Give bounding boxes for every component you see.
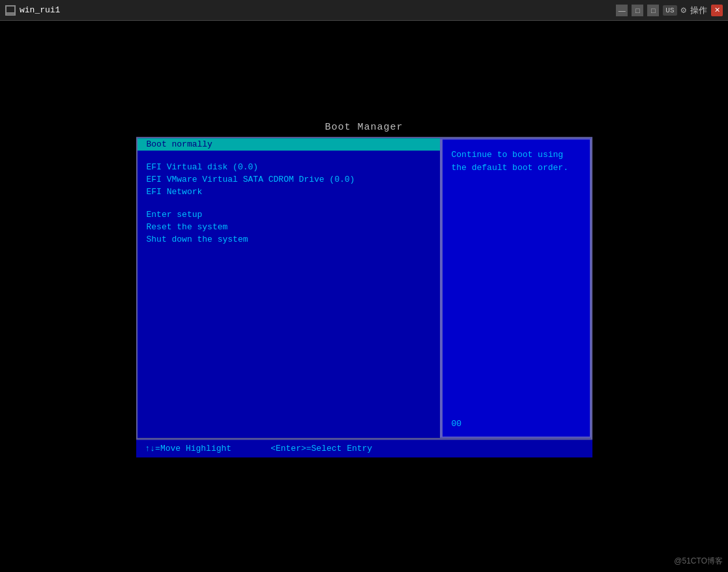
menu-separator-1 [138, 150, 440, 161]
menu-item-shut-down[interactable]: Shut down the system [138, 233, 440, 246]
boot-manager-title: Boot Manager [325, 122, 403, 133]
menu-separator-2 [138, 198, 440, 208]
watermark: @51CTO博客 [674, 556, 723, 567]
app-icon [5, 5, 16, 16]
menu-item-efi-virtual-disk[interactable]: EFI Virtual disk (0.0) [138, 161, 440, 173]
boot-footer: ↑↓=Move Highlight <Enter>=Select Entry [136, 439, 592, 457]
language-flag: US [663, 5, 677, 16]
menu-item-enter-setup[interactable]: Enter setup [138, 208, 440, 221]
minimize-button[interactable]: — [616, 5, 628, 16]
operations-menu[interactable]: 操作 [690, 5, 707, 16]
menu-item-efi-network[interactable]: EFI Network [138, 186, 440, 198]
menu-panel: Boot normally EFI Virtual disk (0.0) EFI… [138, 138, 441, 438]
maximize-button[interactable]: □ [632, 5, 643, 16]
boot-panel: Boot normally EFI Virtual disk (0.0) EFI… [136, 137, 592, 439]
footer-hint-select: <Enter>=Select Entry [270, 444, 372, 453]
svg-rect-1 [7, 7, 14, 12]
boot-manager-container: Boot Manager Boot normally EFI Virtual d… [136, 122, 592, 457]
menu-item-efi-vmware-cdrom[interactable]: EFI VMware Virtual SATA CDROM Drive (0.0… [138, 173, 440, 186]
svg-rect-2 [7, 14, 14, 14]
restore-button[interactable]: □ [647, 5, 659, 16]
titlebar-left: win_rui1 [5, 5, 60, 16]
menu-item-boot-normally[interactable]: Boot normally [138, 138, 440, 150]
screen: Boot Manager Boot normally EFI Virtual d… [0, 21, 728, 572]
menu-item-reset-system[interactable]: Reset the system [138, 221, 440, 233]
description-text: Continue to boot usingthe default boot o… [452, 149, 581, 174]
gear-icon[interactable]: ⚙ [681, 5, 686, 16]
description-code: 00 [452, 419, 462, 429]
titlebar: win_rui1 — □ □ US ⚙ 操作 ✕ [0, 0, 728, 21]
description-panel: Continue to boot usingthe default boot o… [441, 138, 591, 438]
window-title: win_rui1 [20, 5, 60, 15]
footer-hint-navigate: ↑↓=Move Highlight [145, 444, 232, 453]
titlebar-right: — □ □ US ⚙ 操作 ✕ [616, 5, 723, 16]
close-button[interactable]: ✕ [711, 5, 723, 16]
